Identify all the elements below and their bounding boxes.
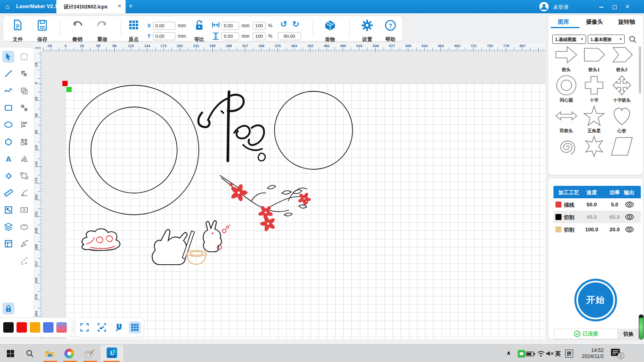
redo-button[interactable]: 重做: [93, 19, 111, 33]
tool-rectangle[interactable]: [2, 102, 14, 114]
frame-select-button[interactable]: [78, 321, 91, 333]
search-icon[interactable]: [629, 35, 637, 43]
design-canvas[interactable]: [42, 51, 545, 339]
save-button[interactable]: 保存: [33, 19, 51, 33]
layer-color-swatch[interactable]: [555, 226, 561, 232]
shape-arrow-right[interactable]: 箭头: [553, 43, 580, 74]
tool-artboard[interactable]: [18, 170, 30, 182]
color-swatch-1[interactable]: [17, 322, 27, 333]
tool-image[interactable]: [2, 204, 14, 216]
login-status[interactable]: 未登录: [553, 4, 569, 11]
layer-color-swatch[interactable]: [555, 214, 561, 220]
clock[interactable]: 14:52 2024/11/2: [579, 348, 604, 360]
tool-marquee-select[interactable]: [18, 51, 30, 63]
tool-node-edit[interactable]: [18, 238, 30, 250]
origin-button[interactable]: 原点: [125, 19, 142, 33]
tool-break-apart[interactable]: [18, 255, 30, 267]
x-input[interactable]: [153, 22, 175, 30]
shape-double-arrow[interactable]: 双箭头: [553, 105, 580, 135]
settings-button[interactable]: 设置: [358, 19, 376, 33]
calligraphy-object[interactable]: [198, 92, 265, 161]
paint-app-button[interactable]: [84, 348, 95, 359]
rotate-cw-icon[interactable]: ↻: [292, 19, 299, 29]
tab-close-icon[interactable]: ✕: [118, 3, 122, 9]
scrollbar-thumb[interactable]: [639, 46, 641, 93]
origin-marker-green[interactable]: [66, 87, 72, 92]
maximize-button[interactable]: [609, 0, 621, 13]
tool-polygon[interactable]: [2, 136, 14, 148]
rabbit-small-object[interactable]: [203, 221, 231, 252]
color-swatch-2[interactable]: [30, 322, 40, 333]
tool-panel[interactable]: [2, 238, 14, 250]
flower-branch-object[interactable]: [220, 175, 311, 232]
color-swatch-gradient[interactable]: [56, 322, 67, 333]
shape-spiral[interactable]: [553, 135, 580, 166]
tool-angle-measure[interactable]: [18, 187, 30, 199]
color-swatch-3[interactable]: [43, 322, 54, 333]
tool-measure-ruler[interactable]: [2, 187, 14, 199]
eye-icon[interactable]: [625, 201, 634, 208]
tab-camera[interactable]: 摄像头: [586, 19, 603, 26]
width-input[interactable]: [221, 22, 239, 30]
tool-line[interactable]: [2, 68, 14, 80]
start-menu-button[interactable]: [5, 348, 16, 359]
lock-canvas-button[interactable]: [2, 302, 14, 315]
tool-layers[interactable]: [2, 221, 14, 233]
process-row-2[interactable]: 切割 100.0 20.0: [553, 223, 641, 236]
concentric-circles-object[interactable]: [69, 85, 199, 215]
layer-color-swatch[interactable]: [555, 202, 561, 208]
tool-expand-frame[interactable]: [18, 204, 30, 216]
shape-star5[interactable]: 五角星: [581, 105, 607, 135]
shape-arrow-chevron[interactable]: 箭头2: [609, 43, 635, 74]
tab-rotary-axis[interactable]: 旋转轴: [618, 19, 635, 26]
tray-expand-icon[interactable]: ∧: [506, 350, 511, 356]
help-button[interactable]: ? 帮助: [382, 19, 399, 33]
tool-array-copy[interactable]: [18, 102, 30, 114]
subcategory-dropdown[interactable]: 1.基本图形▼: [588, 35, 625, 44]
tool-curve[interactable]: [2, 85, 14, 97]
y-input[interactable]: [153, 32, 175, 40]
origin-marker-red[interactable]: [62, 81, 68, 86]
shape-star6[interactable]: [581, 135, 607, 166]
file-explorer-button[interactable]: [44, 348, 56, 359]
lasermaker-app-button[interactable]: L: [106, 348, 118, 359]
shape-concentric-circles[interactable]: 同心圆: [553, 74, 580, 105]
home-icon[interactable]: ⌂: [3, 2, 12, 11]
tool-group[interactable]: [18, 68, 30, 80]
photos-app-button[interactable]: [64, 348, 75, 359]
tool-ellipse[interactable]: [2, 119, 14, 131]
tool-mirror[interactable]: [18, 153, 30, 165]
tab-gallery[interactable]: 图库: [558, 19, 569, 26]
grid-toggle-button[interactable]: [129, 321, 141, 333]
shape-parallelogram[interactable]: [609, 135, 635, 166]
lock-ratio-button[interactable]: 等比: [190, 19, 208, 33]
switch-device-button[interactable]: 切换: [618, 331, 639, 338]
shape-heart[interactable]: 心形: [609, 105, 635, 135]
tool-select[interactable]: [2, 51, 14, 63]
minimize-button[interactable]: [595, 0, 607, 13]
avatar[interactable]: [539, 2, 549, 11]
eye-icon[interactable]: [625, 226, 634, 233]
start-button[interactable]: 开始: [574, 279, 617, 321]
moon-circle-object[interactable]: [275, 91, 353, 169]
undo-button[interactable]: 撤销: [68, 19, 86, 33]
wifi-icon[interactable]: [537, 350, 545, 357]
category-dropdown[interactable]: 1.基础图案▼: [552, 35, 586, 44]
color-swatch-0[interactable]: [3, 322, 14, 333]
ime-language[interactable]: 英: [555, 350, 561, 358]
create-button[interactable]: 造物: [321, 19, 339, 33]
height-input[interactable]: [221, 32, 239, 40]
search-button[interactable]: [24, 348, 35, 359]
tool-text[interactable]: A: [2, 153, 14, 165]
cloud-object[interactable]: [82, 229, 120, 251]
speaker-muted-icon[interactable]: [546, 351, 554, 356]
shape-cross-arrows[interactable]: 十字箭头: [609, 74, 635, 105]
width-percent-input[interactable]: [253, 22, 266, 30]
process-row-1[interactable]: 切割 45.0 65.0: [553, 211, 641, 223]
height-percent-input[interactable]: [253, 32, 266, 40]
battery-icon[interactable]: [526, 352, 535, 356]
mortar-bowl-object[interactable]: [187, 251, 206, 265]
fit-view-button[interactable]: [96, 321, 108, 333]
tool-duplicate[interactable]: [18, 85, 30, 97]
shape-cross[interactable]: 十字: [581, 74, 607, 105]
